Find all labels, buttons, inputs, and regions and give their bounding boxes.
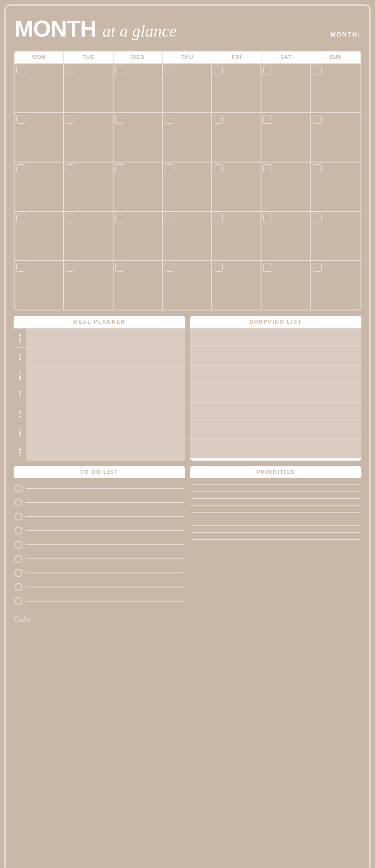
- todo-checkbox-6[interactable]: [15, 555, 22, 563]
- cal-cell[interactable]: [163, 163, 212, 211]
- todo-priorities-grid: TO DO LIST: [14, 466, 361, 608]
- meal-content-fri[interactable]: [26, 404, 185, 423]
- meal-row-thu[interactable]: THU: [14, 385, 185, 404]
- priority-item-5[interactable]: [190, 509, 361, 515]
- priority-item-9[interactable]: [190, 536, 361, 543]
- cal-cell[interactable]: [212, 261, 261, 310]
- cal-cell[interactable]: [311, 212, 360, 260]
- cal-cell[interactable]: [261, 261, 311, 310]
- todo-item-9[interactable]: [14, 595, 185, 608]
- todo-item-6[interactable]: [14, 552, 185, 565]
- todo-line-9: [26, 601, 184, 602]
- cal-cell[interactable]: [114, 64, 163, 112]
- cal-cell[interactable]: [114, 163, 163, 211]
- todo-line-2: [26, 502, 184, 503]
- cal-cell[interactable]: [261, 64, 311, 112]
- cal-cell[interactable]: [64, 212, 113, 260]
- cal-cell[interactable]: [163, 64, 212, 112]
- priority-item-1[interactable]: [190, 482, 361, 488]
- priority-line-9: [191, 539, 360, 540]
- todo-item-7[interactable]: [14, 566, 185, 580]
- shop-row-6[interactable]: [190, 421, 361, 440]
- shop-row-3[interactable]: [190, 366, 361, 384]
- calendar: MON TUE WED THU FRI SAT SUN: [14, 51, 361, 310]
- todo-checkbox-7[interactable]: [15, 569, 22, 577]
- priorities-items: [190, 479, 361, 543]
- meal-content-wed[interactable]: [26, 366, 185, 385]
- cal-cell[interactable]: [212, 113, 261, 162]
- cal-row-3: [15, 162, 360, 211]
- cal-cell[interactable]: [261, 212, 311, 260]
- cal-cell[interactable]: [311, 163, 360, 211]
- cal-cell[interactable]: [212, 212, 261, 260]
- todo-checkbox-8[interactable]: [15, 583, 22, 591]
- todo-line-7: [26, 573, 184, 573]
- todo-checkbox-9[interactable]: [15, 597, 22, 605]
- meal-row-wed[interactable]: WED: [14, 366, 185, 385]
- page: MONTH at a glance MONTH: MON TUE WED THU…: [4, 4, 371, 868]
- cal-cell[interactable]: [163, 113, 212, 162]
- cal-cell[interactable]: [163, 212, 212, 260]
- cal-cell[interactable]: [261, 113, 311, 162]
- todo-checkbox-4[interactable]: [15, 527, 22, 535]
- cal-cell[interactable]: [212, 163, 261, 211]
- meal-content-thu[interactable]: [26, 385, 185, 404]
- meal-row-fri[interactable]: FRI: [14, 404, 185, 423]
- todo-item-2[interactable]: [14, 496, 185, 509]
- cal-cell[interactable]: [114, 212, 163, 260]
- meal-content-mon[interactable]: [26, 329, 185, 347]
- meal-row-tue[interactable]: TUE: [14, 347, 185, 366]
- cal-cell[interactable]: [163, 261, 212, 310]
- todo-item-8[interactable]: [14, 580, 185, 594]
- meal-row-mon[interactable]: MON: [14, 329, 185, 347]
- shop-row-5[interactable]: [190, 403, 361, 421]
- cal-cell[interactable]: [114, 261, 163, 310]
- cal-cell[interactable]: [15, 212, 64, 260]
- todo-items: [14, 479, 185, 608]
- cal-cell[interactable]: [212, 64, 261, 112]
- todo-item-1[interactable]: [14, 482, 185, 495]
- meal-row-sat[interactable]: SAT: [14, 423, 185, 442]
- todo-line-3: [26, 516, 184, 517]
- shop-row-7[interactable]: [190, 440, 361, 458]
- cal-cell[interactable]: [64, 261, 113, 310]
- cal-cell[interactable]: [114, 113, 163, 162]
- priority-item-3[interactable]: [190, 495, 361, 502]
- todo-item-4[interactable]: [14, 524, 185, 537]
- todo-item-3[interactable]: [14, 510, 185, 523]
- cal-cell[interactable]: [261, 163, 311, 211]
- cal-cell[interactable]: [15, 64, 64, 112]
- todo-checkbox-1[interactable]: [15, 484, 22, 492]
- cal-cell[interactable]: [311, 261, 360, 310]
- todo-checkbox-2[interactable]: [15, 499, 22, 506]
- meal-planner-header: MEAL PLANNER: [14, 316, 185, 329]
- cal-cell[interactable]: [64, 64, 113, 112]
- shop-row-1[interactable]: [190, 329, 361, 347]
- todo-checkbox-5[interactable]: [15, 541, 22, 549]
- cal-day-sat: SAT: [261, 52, 311, 63]
- todo-checkbox-3[interactable]: [15, 513, 22, 521]
- shop-row-2[interactable]: [190, 347, 361, 366]
- shop-row-4[interactable]: [190, 384, 361, 403]
- priority-item-6[interactable]: [190, 516, 361, 522]
- priority-item-8[interactable]: [190, 530, 361, 536]
- meal-row-sun[interactable]: SUN: [14, 442, 185, 461]
- meal-content-tue[interactable]: [26, 347, 185, 366]
- priority-line-5: [191, 512, 360, 513]
- cal-cell[interactable]: [64, 163, 113, 211]
- priority-item-4[interactable]: [190, 502, 361, 509]
- cal-cell[interactable]: [311, 113, 360, 162]
- cal-cell[interactable]: [311, 64, 360, 112]
- cal-cell[interactable]: [15, 113, 64, 162]
- priority-line-7: [191, 525, 360, 526]
- cal-cell[interactable]: [15, 163, 64, 211]
- meal-content-sat[interactable]: [26, 423, 185, 442]
- cal-cell[interactable]: [64, 113, 113, 162]
- meal-content-sun[interactable]: [26, 442, 185, 461]
- priority-item-7[interactable]: [190, 523, 361, 529]
- todo-line-4: [26, 530, 184, 531]
- todo-item-5[interactable]: [14, 538, 185, 551]
- priority-line-1: [191, 484, 360, 485]
- priority-item-2[interactable]: [190, 489, 361, 495]
- cal-cell[interactable]: [15, 261, 64, 310]
